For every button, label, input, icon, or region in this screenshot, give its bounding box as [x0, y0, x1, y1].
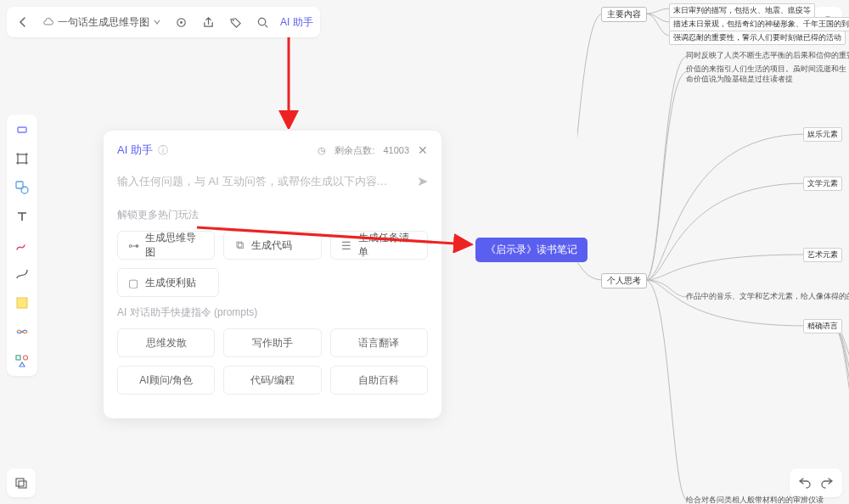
remaining-label: 剩余点数:: [335, 144, 374, 157]
prompt-write[interactable]: 写作助手: [223, 328, 321, 357]
svg-point-3: [258, 18, 265, 25]
annotation-arrow-down: [272, 36, 306, 129]
left-toolbar: [7, 115, 37, 376]
chip-code[interactable]: ⧉生成代码: [223, 231, 321, 260]
shape-tool[interactable]: [12, 177, 32, 198]
mindmap-branch[interactable]: 个人思考: [601, 273, 647, 288]
chip-label: 生成代码: [251, 238, 292, 253]
mindmap-icon: ⊶: [127, 239, 140, 252]
svg-rect-12: [16, 479, 24, 486]
search-icon[interactable]: [253, 13, 272, 31]
prompt-diverge[interactable]: 思维发散: [117, 328, 215, 357]
settings-icon[interactable]: [171, 13, 190, 31]
select-tool[interactable]: [12, 120, 32, 140]
mindmap-leaf[interactable]: 末日审判的描写，包括火、地震、瘟疫等: [669, 3, 815, 18]
document-title[interactable]: 一句话生成思维导图: [41, 15, 163, 30]
top-toolbar: 一句话生成思维导图 AI 助手: [7, 7, 320, 37]
prompt-coding[interactable]: 代码/编程: [223, 366, 321, 395]
chevron-down-icon: [153, 18, 161, 26]
sticky-tool[interactable]: [12, 293, 32, 313]
prompt-translate[interactable]: 语言翻译: [330, 328, 428, 357]
panel-title: AI 助手: [117, 143, 153, 158]
svg-rect-10: [16, 356, 20, 360]
ai-assistant-panel: AI 助手 ⓘ ◷ 剩余点数: 41003 ✕ ➤ 解锁更多热门玩法 ⊶生成思维…: [104, 131, 441, 418]
prompt-encyc[interactable]: 自助百科: [330, 366, 428, 395]
ai-prompt-input[interactable]: [117, 175, 410, 188]
more-shapes-tool[interactable]: [12, 350, 32, 371]
ai-assistant-button[interactable]: AI 助手: [280, 15, 313, 30]
frame-tool[interactable]: [12, 148, 32, 169]
svg-rect-13: [19, 481, 26, 488]
send-button[interactable]: ➤: [417, 173, 428, 189]
remaining-value: 41003: [383, 145, 409, 155]
hot-section-label: 解锁更多热门玩法: [117, 208, 428, 222]
svg-point-1: [180, 21, 183, 24]
export-icon[interactable]: [199, 13, 217, 31]
mindmap-leaf[interactable]: 同时反映了人类不断生态平衡的后果和信仰的重要性: [686, 51, 849, 61]
mindmap-root-node[interactable]: 《启示录》读书笔记: [475, 238, 588, 262]
mindmap-leaf[interactable]: 价值的来指引人们生活的项目。虽时间流逝和生命价值说为险基础是过往读者提: [686, 64, 847, 85]
svg-point-8: [21, 187, 28, 193]
chip-mindmap[interactable]: ⊶生成思维导图: [117, 231, 215, 260]
svg-rect-9: [17, 298, 27, 308]
chip-label: 生成便利贴: [145, 276, 196, 290]
chip-label: 生成任务清单: [358, 231, 419, 260]
close-button[interactable]: ✕: [418, 143, 428, 157]
mindmap-leaf[interactable]: 强调忍耐的重要性，警示人们要时刻做已得的活动: [669, 31, 846, 45]
mindmap-leaf[interactable]: 娱乐元素: [803, 127, 842, 142]
mindmap-leaf[interactable]: 给合对各问类相人般带材料的的审辨仪读: [686, 496, 824, 504]
mindmap-leaf[interactable]: 精确语言: [803, 319, 842, 333]
back-button[interactable]: [14, 13, 32, 31]
help-icon[interactable]: ⓘ: [158, 143, 168, 158]
connector-tool[interactable]: [12, 264, 32, 284]
svg-rect-6: [18, 154, 26, 163]
document-title-text: 一句话生成思维导图: [58, 15, 149, 30]
prompts-section-label: AI 对话助手快捷指令 (prompts): [117, 305, 428, 320]
layers-button[interactable]: [7, 468, 36, 497]
mindmap-leaf[interactable]: 作品中的音乐、文学和艺术元素，给人像体得的的精致逸馨: [686, 292, 849, 302]
mindmap-leaf[interactable]: 描述末日景观，包括奇幻的神秘形象、千年王国的到来等: [669, 17, 849, 31]
mindmap-canvas[interactable]: 主要内容 个人思考 末日审判的描写，包括火、地震、瘟疫等 描述末日景观，包括奇幻…: [577, 0, 849, 504]
svg-rect-5: [18, 127, 26, 132]
mindmap-leaf[interactable]: 文学元素: [803, 176, 842, 191]
cloud-icon: [42, 16, 54, 28]
chip-label: 生成思维导图: [145, 231, 205, 260]
svg-point-11: [24, 356, 28, 360]
svg-point-2: [232, 20, 233, 21]
mindmap-branch[interactable]: 主要内容: [601, 7, 647, 22]
prompt-airole[interactable]: AI顾问/角色: [117, 366, 215, 395]
sticky-icon: ▢: [127, 277, 140, 289]
draw-tool[interactable]: [12, 235, 32, 255]
ai-tool[interactable]: [12, 322, 32, 342]
mindmap-leaf[interactable]: 艺术元素: [803, 248, 842, 262]
tag-icon[interactable]: [226, 13, 245, 31]
list-icon: ☰: [340, 239, 353, 252]
chip-sticky[interactable]: ▢生成便利贴: [117, 268, 219, 297]
code-icon: ⧉: [233, 238, 246, 252]
clock-icon: ◷: [318, 145, 326, 156]
text-tool[interactable]: [12, 206, 32, 227]
chip-tasklist[interactable]: ☰生成任务清单: [330, 231, 428, 260]
